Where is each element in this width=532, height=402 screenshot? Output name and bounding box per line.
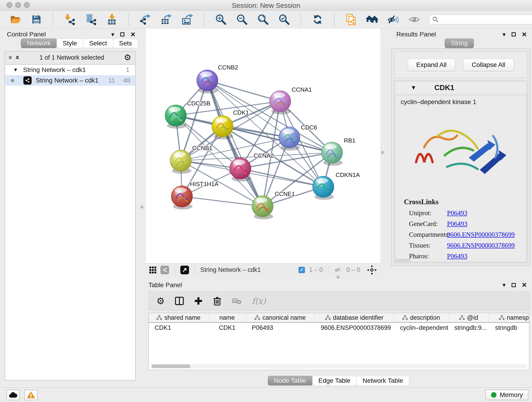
table-panel-float-icon[interactable] (512, 283, 516, 287)
search-input[interactable] (439, 16, 532, 23)
table-cell[interactable]: CDK1 (209, 324, 246, 332)
expand-all-networks-icon[interactable]: » (7, 56, 15, 60)
tab-string[interactable]: String (445, 38, 474, 48)
node-HIST1H1A[interactable]: HIST1H1A (171, 181, 219, 210)
tab-network-table[interactable]: Network Table (356, 376, 409, 385)
column-header-namespace[interactable]: namespace (489, 313, 529, 322)
import-network-button[interactable] (64, 13, 76, 26)
collapse-all-networks-icon[interactable]: « (14, 56, 22, 60)
pan-crosshair-icon[interactable] (367, 265, 377, 275)
table-cell[interactable]: 9606.ENSP00000378699 (315, 324, 394, 332)
column-header-database-identifier[interactable]: database identifier (315, 313, 394, 322)
column-header-canonical-name[interactable]: canonical name (246, 313, 315, 322)
export-image-button[interactable] (181, 13, 193, 26)
edge-HIST1H1A-CCNE1[interactable] (182, 196, 263, 206)
export-network-button[interactable] (139, 13, 151, 26)
crosslink-link[interactable]: 9606.ENSP00000378699 (447, 242, 515, 249)
tab-node-table[interactable]: Node Table (268, 376, 312, 385)
table-panel-close-icon[interactable]: ✕ (522, 281, 527, 289)
node-CCNB2[interactable]: CCNB2 (197, 64, 238, 94)
import-table-button[interactable] (106, 13, 118, 26)
collection-collapse-icon[interactable]: ▼ (13, 67, 18, 73)
show-eye-button[interactable] (408, 13, 420, 26)
open-session-button[interactable] (10, 13, 22, 26)
warnings-button[interactable] (24, 390, 38, 400)
tab-network[interactable]: Network (21, 38, 57, 48)
control-panel-close-icon[interactable]: ✕ (130, 31, 136, 38)
tab-style[interactable]: Style (57, 38, 83, 48)
network-type-icon (23, 76, 32, 85)
right-splitter-handle[interactable] (381, 151, 384, 154)
homes-icon (366, 13, 378, 26)
crosslink-link[interactable]: 9606.ENSP00000378699 (447, 231, 515, 238)
crosslink-link[interactable]: P06493 (447, 252, 467, 260)
table-horizontal-scrollbar[interactable] (151, 364, 527, 369)
delete-table-icon[interactable] (232, 297, 242, 305)
table-options-gear-icon[interactable]: ⚙ (157, 296, 165, 306)
expand-all-button[interactable]: Expand All (408, 59, 455, 71)
function-builder-icon[interactable]: f(x) (252, 296, 266, 306)
card-scrollbar[interactable] (396, 259, 411, 262)
column-header--id[interactable]: @id (448, 313, 489, 322)
grid-view-icon[interactable] (149, 267, 156, 274)
table-cell[interactable]: P06493 (246, 324, 315, 332)
crosslink-link[interactable]: P06493 (447, 209, 467, 217)
left-splitter-handle[interactable] (140, 206, 143, 209)
results-panel-menu-icon[interactable]: ▾ (502, 31, 505, 38)
apply-layout-button[interactable] (312, 13, 323, 26)
node-CCNA1[interactable]: CCNA1 (270, 86, 312, 114)
table-row[interactable]: CDK1CDK1P064939606.ENSP00000378699cyclin… (149, 323, 529, 333)
node-RB1[interactable]: RB1 (322, 137, 355, 166)
column-header-name[interactable]: name (209, 313, 246, 322)
show-columns-icon[interactable] (175, 296, 184, 306)
node-CCNE1[interactable]: CCNE1 (252, 191, 295, 219)
tab-select[interactable]: Select (83, 38, 113, 48)
column-header-shared-name[interactable]: shared name (149, 313, 209, 322)
node-label-RB1: RB1 (344, 137, 355, 144)
column-header-description[interactable]: description (394, 313, 448, 322)
node-CDKN1A[interactable]: CDKN1A (313, 172, 360, 200)
copy-network-button[interactable] (345, 13, 357, 26)
toolbar-search[interactable] (429, 15, 532, 24)
cloud-status-button[interactable] (6, 390, 20, 400)
selected-nodes-checkbox[interactable]: ✓ (298, 267, 305, 273)
network-canvas[interactable]: CCNB2CCNA1CDC25BCDK1CDC6RB1CCNB1CCNA2CDK… (145, 28, 381, 263)
table-cell[interactable]: stringdb:9... (448, 324, 489, 332)
column-header-label: namespace (507, 314, 529, 321)
hide-glass-button[interactable] (387, 13, 399, 26)
add-column-icon[interactable] (194, 297, 203, 305)
zoom-selected-button[interactable] (278, 13, 290, 26)
network-collection-row[interactable]: ▼ String Network – cdk1 1 (5, 65, 135, 75)
crosslink-link[interactable]: P06493 (447, 220, 467, 228)
tab-edge-table[interactable]: Edge Table (312, 376, 357, 385)
import-network-from-database-button[interactable] (85, 13, 97, 26)
node-label-HIST1H1A: HIST1H1A (190, 181, 219, 187)
network-options-gear-icon[interactable]: ⚙ (124, 53, 131, 62)
results-panel-float-icon[interactable] (512, 32, 516, 36)
detach-view-icon[interactable] (180, 266, 189, 274)
hidden-eye-icon[interactable] (334, 267, 342, 274)
control-panel-menu-icon[interactable]: ▾ (111, 31, 114, 38)
table-cell[interactable]: cyclin–dependent ... (394, 324, 448, 332)
zoom-out-button[interactable] (236, 13, 248, 26)
export-table-button[interactable] (160, 13, 172, 26)
delete-column-icon[interactable] (213, 296, 222, 306)
results-panel-close-icon[interactable]: ✕ (522, 31, 527, 38)
control-panel-float-icon[interactable] (120, 32, 124, 36)
scrollbar-thumb[interactable] (152, 364, 190, 368)
protein-collapse-icon[interactable]: ▼ (411, 84, 417, 91)
memory-button[interactable]: Memory (486, 390, 528, 400)
table-panel-menu-icon[interactable]: ▾ (502, 281, 505, 288)
birds-eye-view-icon[interactable] (160, 266, 169, 274)
node-CDC6[interactable]: CDC6 (279, 124, 317, 151)
table-cell[interactable]: stringdb (489, 324, 529, 332)
string-home-button[interactable] (366, 13, 378, 26)
network-graph[interactable]: CCNB2CCNA1CDC25BCDK1CDC6RB1CCNB1CCNA2CDK… (146, 28, 381, 263)
network-row[interactable]: String Network – cdk1 11 48 (5, 75, 135, 86)
collapse-all-button[interactable]: Collapse All (463, 59, 514, 71)
tab-sets[interactable]: Sets (113, 38, 138, 48)
save-session-button[interactable] (31, 13, 42, 26)
table-cell[interactable]: CDK1 (149, 324, 209, 332)
zoom-fit-button[interactable] (257, 13, 269, 26)
zoom-in-button[interactable] (215, 13, 227, 26)
